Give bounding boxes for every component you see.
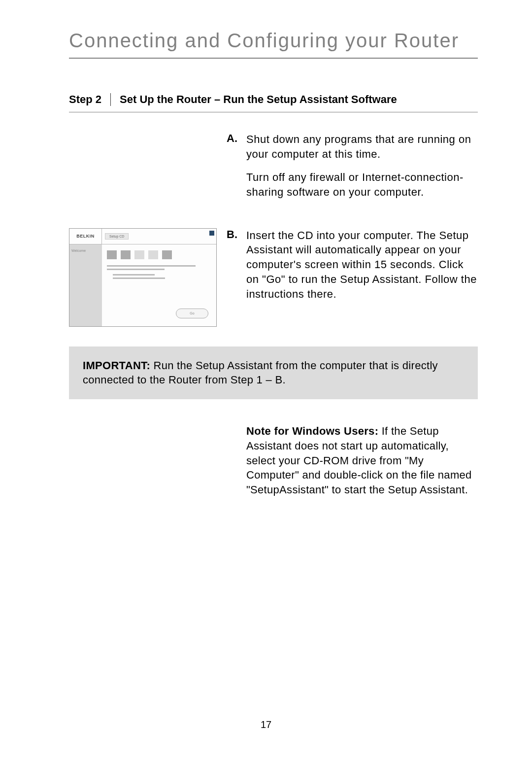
item-letter-b: B. (227, 228, 246, 327)
globe-icon (162, 250, 172, 259)
item-letter-a: A. (227, 132, 246, 208)
note-label: Note for Windows Users: (246, 425, 378, 437)
step-label: Step 2 (69, 93, 111, 106)
device-icon (148, 250, 158, 259)
cloud-icon (134, 250, 144, 259)
important-callout: IMPORTANT: Run the Setup Assistant from … (69, 346, 478, 399)
router-icon (121, 250, 131, 259)
item-b-para1: Insert the CD into your computer. The Se… (246, 228, 478, 301)
step-item-b: BELKIN Setup CD Welcome (69, 228, 478, 327)
screenshot-thumbnail: BELKIN Setup CD Welcome (69, 228, 217, 327)
note-section: Note for Windows Users: If the Setup Ass… (69, 424, 478, 497)
item-a-para1: Shut down any programs that are running … (246, 132, 478, 161)
item-a-para2: Turn off any firewall or Internet-connec… (246, 170, 478, 199)
thumbnail-go-button: Go (176, 309, 208, 318)
page-title: Connecting and Configuring your Router (69, 30, 478, 59)
close-icon (209, 231, 214, 236)
computer-icon (107, 250, 117, 259)
thumbnail-tab: Setup CD (105, 233, 129, 240)
step-item-a: A. Shut down any programs that are runni… (69, 132, 478, 208)
important-label: IMPORTANT: (83, 359, 150, 372)
step-header: Step 2 Set Up the Router – Run the Setup… (69, 93, 478, 112)
step-heading: Set Up the Router – Run the Setup Assist… (111, 93, 397, 106)
page-number: 17 (0, 719, 532, 730)
thumbnail-sidebar-item: Welcome (69, 247, 102, 254)
thumbnail-brand: BELKIN (69, 229, 102, 244)
